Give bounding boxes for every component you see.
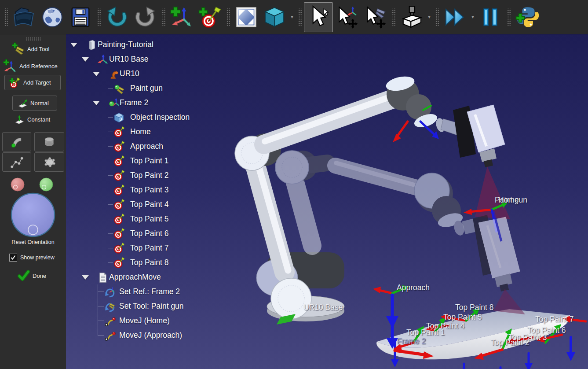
dropdown-arrow-icon[interactable]: ▾ bbox=[469, 2, 476, 33]
toolbar-grip[interactable] bbox=[298, 8, 302, 26]
tree-item-label: Top Paint 7 bbox=[130, 244, 169, 253]
toolbar-grip[interactable] bbox=[435, 8, 439, 26]
open-file-button[interactable] bbox=[10, 2, 38, 33]
add-python-program-icon bbox=[515, 5, 539, 30]
done-check-icon bbox=[18, 269, 30, 282]
robot-icon bbox=[108, 68, 120, 80]
normal-label: Normal bbox=[30, 100, 49, 107]
tree-item-top-paint-2[interactable]: Top Paint 2 bbox=[66, 169, 251, 183]
dropdown-arrow-icon[interactable]: ▾ bbox=[426, 2, 433, 33]
viewport-label-approach[interactable]: Approach bbox=[397, 283, 430, 292]
tree-connector bbox=[108, 190, 113, 190]
tree-item-top-paint-6[interactable]: Top Paint 6 bbox=[66, 227, 251, 241]
tree-item-set-tool-paint-gun[interactable]: Set Tool: Paint gun bbox=[66, 299, 251, 314]
viewport-label-home[interactable]: Home bbox=[498, 196, 519, 205]
tree-item-frame-2[interactable]: Frame 2 bbox=[66, 96, 251, 110]
tree-item-top-paint-5[interactable]: Top Paint 5 bbox=[66, 212, 251, 226]
isometric-view-button[interactable] bbox=[260, 2, 289, 33]
done-button[interactable]: Done bbox=[18, 269, 46, 282]
cylinder-button[interactable] bbox=[34, 132, 64, 151]
fit-all-button[interactable] bbox=[232, 2, 260, 33]
viewport-label-top-paint-5[interactable]: Top Paint 5 bbox=[443, 313, 482, 322]
open-online-library-button[interactable] bbox=[38, 2, 66, 33]
expand-arrow-icon[interactable] bbox=[82, 275, 89, 280]
tree-item-top-paint-8[interactable]: Top Paint 8 bbox=[66, 256, 251, 270]
toolbar-grip[interactable] bbox=[391, 8, 395, 26]
toolbar-grip[interactable] bbox=[97, 8, 101, 26]
target-icon bbox=[113, 228, 125, 240]
expand-arrow-icon[interactable] bbox=[93, 101, 100, 105]
add-python-program-button[interactable] bbox=[513, 2, 541, 33]
expand-arrow-icon[interactable] bbox=[70, 43, 77, 47]
normal-button[interactable]: Normal bbox=[12, 96, 57, 111]
viewport-3d[interactable]: UR10 BaseApproachTop Paint 8Top Paint 5T… bbox=[66, 34, 588, 369]
tree-item-top-paint-7[interactable]: Top Paint 7 bbox=[66, 241, 251, 255]
viewport-label-frame-2[interactable]: Frame 2 bbox=[397, 337, 426, 346]
add-target-button[interactable]: Add Target bbox=[4, 75, 61, 90]
add-target-button[interactable] bbox=[196, 2, 224, 33]
tree-item-home[interactable]: Home bbox=[66, 125, 251, 139]
reset-orientation-label[interactable]: Reset Orientation bbox=[0, 239, 66, 245]
robot-upper-arm[interactable] bbox=[264, 74, 477, 144]
green-sphere-handle[interactable] bbox=[38, 177, 54, 193]
undo-button[interactable] bbox=[103, 2, 131, 33]
save-station-button[interactable] bbox=[66, 2, 95, 33]
constant-button[interactable]: Constant bbox=[14, 114, 50, 125]
toolbar-grip[interactable] bbox=[226, 8, 230, 26]
move-tool-button[interactable] bbox=[361, 2, 389, 33]
viewport-label-top-paint-1[interactable]: Top Paint 1 bbox=[406, 328, 445, 337]
dropdown-arrow-icon[interactable]: ▾ bbox=[289, 2, 296, 33]
tree-item-label: Painting-Tutorial bbox=[98, 40, 153, 49]
polyline-button[interactable] bbox=[2, 152, 31, 172]
select-button[interactable] bbox=[304, 2, 333, 32]
tree-connector bbox=[108, 175, 113, 176]
viewport-label-top-paint-6[interactable]: Top Paint 6 bbox=[527, 326, 566, 335]
tree-item-approachmove[interactable]: ApproachMove bbox=[66, 270, 251, 284]
station-tree: Painting-TutorialUR10 BaseUR10Paint gunF… bbox=[66, 34, 251, 369]
target-icon bbox=[113, 155, 125, 167]
tree-item-movej-approach[interactable]: MoveJ (Approach) bbox=[66, 328, 251, 343]
tree-item-movej-home[interactable]: MoveJ (Home) bbox=[66, 314, 251, 328]
tree-item-label: Top Paint 3 bbox=[130, 185, 169, 195]
tree-item-object-inspection[interactable]: Object Inspection bbox=[66, 111, 251, 125]
add-reference-button[interactable]: Add Reference bbox=[3, 59, 58, 73]
add-reference-frame-button[interactable] bbox=[168, 2, 196, 33]
expand-arrow-icon[interactable] bbox=[93, 72, 100, 76]
panel-grip[interactable] bbox=[26, 37, 41, 41]
red-sphere-handle[interactable] bbox=[10, 177, 26, 193]
tree-item-label: Frame 2 bbox=[120, 98, 148, 107]
toolbar-grip[interactable] bbox=[507, 8, 511, 26]
show-preview-checkbox[interactable]: Show preview bbox=[9, 254, 55, 262]
main-toolbar: ▾▾▾ bbox=[0, 0, 588, 34]
expand-arrow-icon[interactable] bbox=[82, 57, 89, 62]
tree-connector bbox=[108, 233, 113, 234]
redo-button[interactable] bbox=[131, 2, 159, 33]
tree-item-ur10[interactable]: UR10 bbox=[66, 67, 251, 81]
viewport-label-top-paint-7[interactable]: Top Paint 7 bbox=[535, 315, 574, 324]
polygon-button[interactable] bbox=[34, 152, 64, 172]
toolbar-grip[interactable] bbox=[161, 8, 165, 26]
paint-gun-tool[interactable] bbox=[453, 105, 505, 167]
tree-item-paint-gun[interactable]: Paint gun bbox=[66, 81, 251, 96]
toolbar-grip[interactable] bbox=[4, 8, 8, 26]
tree-item-top-paint-3[interactable]: Top Paint 3 bbox=[66, 183, 251, 197]
pause-simulation-button[interactable] bbox=[476, 2, 504, 33]
viewport-label-ur10-base[interactable]: UR10 Base bbox=[303, 303, 343, 312]
add-tool-button[interactable]: Add Tool bbox=[11, 42, 49, 55]
viewport-label-top-paint-8[interactable]: Top Paint 8 bbox=[455, 303, 494, 312]
tree-item-set-ref-frame-2[interactable]: Set Ref.: Frame 2 bbox=[66, 285, 251, 299]
tree-item-painting-tutorial[interactable]: Painting-Tutorial bbox=[66, 38, 251, 52]
arc-gauge-button[interactable] bbox=[2, 132, 31, 151]
tree-item-approach[interactable]: Approach bbox=[66, 140, 251, 154]
run-fast-simulation-button[interactable] bbox=[441, 2, 469, 33]
target-icon bbox=[113, 199, 125, 211]
target-icon bbox=[113, 257, 125, 269]
move-reference-button[interactable] bbox=[333, 2, 361, 33]
tree-item-top-paint-4[interactable]: Top Paint 4 bbox=[66, 198, 251, 212]
orientation-ball[interactable] bbox=[10, 192, 56, 238]
tree-item-label: Top Paint 8 bbox=[130, 258, 169, 267]
add-target-icon bbox=[197, 5, 222, 30]
tree-item-top-paint-1[interactable]: Top Paint 1 bbox=[66, 154, 251, 168]
machining-settings-button[interactable] bbox=[398, 2, 426, 33]
tree-item-ur10-base[interactable]: UR10 Base bbox=[66, 52, 251, 66]
